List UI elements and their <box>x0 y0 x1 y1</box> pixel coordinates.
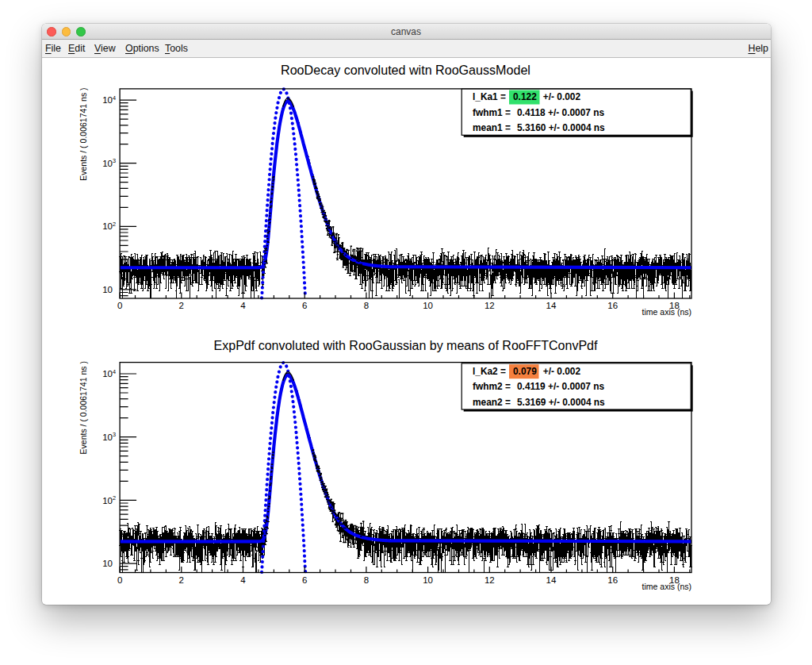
svg-text:4: 4 <box>240 575 246 584</box>
svg-text:104: 104 <box>102 94 116 105</box>
svg-text:10: 10 <box>102 559 113 568</box>
svg-text:10: 10 <box>102 285 113 294</box>
svg-text:6: 6 <box>301 575 306 584</box>
svg-text:10: 10 <box>423 301 433 310</box>
svg-text:Events / ( 0.0061741 ns ): Events / ( 0.0061741 ns ) <box>78 361 87 454</box>
svg-text:mean1 = 5.3160 +/- 0.0004 ns: mean1 = 5.3160 +/- 0.0004 ns <box>473 122 605 133</box>
svg-text:2: 2 <box>178 301 183 310</box>
svg-text:0: 0 <box>117 301 121 310</box>
svg-text:ExpPdf convoluted with RooGaus: ExpPdf convoluted with RooGaussian by me… <box>213 338 597 352</box>
svg-text:fwhm2 = 0.4119 +/- 0.0007 ns: fwhm2 = 0.4119 +/- 0.0007 ns <box>473 381 604 392</box>
svg-text:mean2 = 5.3169 +/- 0.0004 ns: mean2 = 5.3169 +/- 0.0004 ns <box>473 396 605 407</box>
svg-text:8: 8 <box>363 575 368 584</box>
svg-text:time axis (ns): time axis (ns) <box>642 581 691 590</box>
svg-text:fwhm1 = 0.4118 +/- 0.0007 ns: fwhm1 = 0.4118 +/- 0.0007 ns <box>473 106 604 117</box>
svg-text:0: 0 <box>117 575 121 584</box>
svg-text:RooDecay convoluted witn RooGa: RooDecay convoluted witn RooGaussModel <box>281 63 530 77</box>
svg-text:104: 104 <box>102 367 116 379</box>
svg-text:16: 16 <box>607 301 618 310</box>
svg-text:102: 102 <box>102 494 116 505</box>
svg-text:14: 14 <box>546 301 556 310</box>
svg-text:103: 103 <box>102 431 116 442</box>
svg-text:2: 2 <box>178 575 183 584</box>
svg-text:102: 102 <box>102 220 116 231</box>
svg-text:16: 16 <box>607 575 618 584</box>
svg-text:103: 103 <box>102 157 116 168</box>
svg-text:8: 8 <box>363 301 368 310</box>
svg-text:12: 12 <box>484 301 494 310</box>
svg-text:l_Ka1 = 0.122 +/- 0.002: l_Ka1 = 0.122 +/- 0.002 <box>473 91 580 102</box>
svg-text:time axis (ns): time axis (ns) <box>642 307 691 317</box>
svg-text:6: 6 <box>301 301 306 310</box>
svg-text:Events / ( 0.0061741 ns ): Events / ( 0.0061741 ns ) <box>78 87 87 180</box>
svg-text:l_Ka2 = 0.079 +/- 0.002: l_Ka2 = 0.079 +/- 0.002 <box>473 365 580 376</box>
svg-text:10: 10 <box>423 575 433 584</box>
svg-text:4: 4 <box>240 301 246 310</box>
svg-text:14: 14 <box>546 575 556 584</box>
svg-text:12: 12 <box>484 575 494 584</box>
